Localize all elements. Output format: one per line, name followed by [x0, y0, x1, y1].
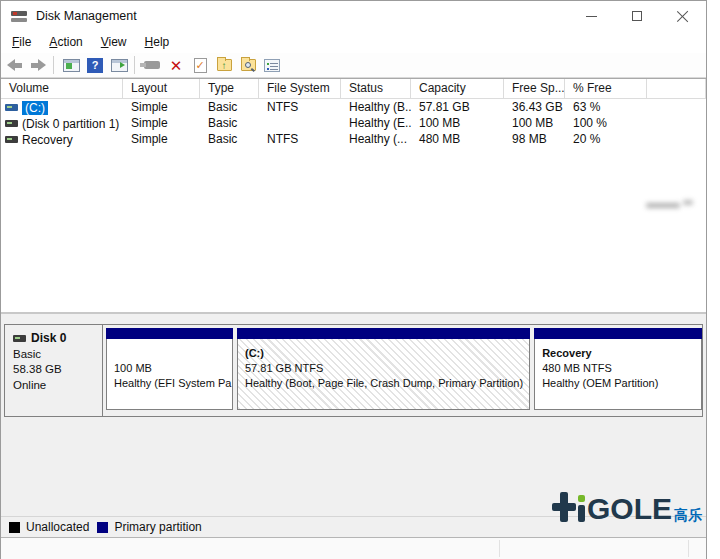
close-icon	[677, 10, 689, 22]
partition-color-bar	[106, 328, 233, 339]
row-type: Basic	[200, 131, 259, 147]
higole-watermark-logo: GOLE 高乐	[552, 492, 702, 524]
row-layout: Simple	[123, 115, 200, 131]
maximize-button[interactable]	[614, 1, 660, 31]
title-bar: Disk Management	[1, 1, 706, 31]
row-status: Healthy (...	[341, 131, 411, 147]
partition-size: 480 MB NTFS	[542, 361, 695, 376]
primary-partition-swatch-icon	[97, 522, 108, 533]
close-button[interactable]	[660, 1, 706, 31]
row-pct-free: 100 %	[565, 115, 647, 131]
minimize-button[interactable]	[568, 1, 614, 31]
partition-color-bar	[534, 328, 702, 339]
menu-help[interactable]: Help	[136, 32, 179, 52]
partition-status: Healthy (OEM Partition)	[542, 376, 695, 391]
window-title: Disk Management	[36, 9, 137, 23]
partition-name: (C:)	[245, 346, 523, 361]
logo-cjk-text: 高乐	[674, 506, 702, 524]
minimize-icon	[586, 16, 597, 17]
partition-name	[114, 346, 226, 361]
partition-map: 100 MB Healthy (EFI System Pa (C:) 57.81…	[103, 325, 704, 416]
toolbar: ? ✕ ✓ ↑	[1, 53, 706, 78]
row-file-system	[259, 115, 341, 131]
row-status: Healthy (B...	[341, 99, 411, 115]
row-layout: Simple	[123, 99, 200, 115]
unallocated-swatch-icon	[9, 522, 20, 533]
row-free-space: 98 MB	[504, 131, 565, 147]
folder-search-icon	[241, 59, 256, 71]
column-header-layout[interactable]: Layout	[123, 79, 200, 99]
help-button[interactable]: ?	[84, 55, 106, 75]
volume-icon	[5, 104, 18, 111]
redacted-smudge	[646, 198, 696, 212]
column-header-type[interactable]: Type	[200, 79, 259, 99]
forward-arrow-icon	[31, 61, 46, 70]
row-pct-free: 63 %	[565, 99, 647, 115]
row-status: Healthy (E...	[341, 115, 411, 131]
partition-size: 100 MB	[114, 361, 226, 376]
show-action-pane-button[interactable]	[108, 55, 130, 75]
row-capacity: 480 MB	[411, 131, 504, 147]
menu-file[interactable]: File	[3, 32, 40, 52]
table-row-c-drive[interactable]: (C:) Simple Basic NTFS Healthy (B... 57.…	[1, 99, 706, 115]
toolbar-separator	[53, 56, 54, 74]
row-file-system: NTFS	[259, 131, 341, 147]
document-check-icon: ✓	[194, 58, 207, 73]
menu-view[interactable]: View	[92, 32, 136, 52]
column-header-blank	[647, 79, 706, 99]
partition-status: Healthy (EFI System Pa	[114, 376, 226, 391]
column-header-free-space[interactable]: Free Sp...	[504, 79, 565, 99]
volume-list-header: Volume Layout Type File System Status Ca…	[1, 79, 706, 99]
disk-name: Disk 0	[31, 331, 66, 347]
show-console-tree-button[interactable]	[60, 55, 82, 75]
check-document-button[interactable]: ✓	[189, 55, 211, 75]
table-row-recovery[interactable]: Recovery Simple Basic NTFS Healthy (... …	[1, 131, 706, 147]
properties-button[interactable]	[261, 55, 283, 75]
help-icon: ?	[87, 58, 103, 73]
disk-0-info-panel[interactable]: Disk 0 Basic 58.38 GB Online	[5, 325, 103, 416]
disk-size: 58.38 GB	[13, 362, 102, 378]
logo-latin-text: GOLE	[587, 494, 672, 524]
disk-management-window: Disk Management File Action View Help ? …	[0, 0, 707, 559]
forward-button[interactable]	[27, 55, 49, 75]
disk-management-app-icon	[11, 10, 27, 23]
row-capacity: 100 MB	[411, 115, 504, 131]
menu-bar: File Action View Help	[1, 31, 706, 53]
partition-status: Healthy (Boot, Page File, Crash Dump, Pr…	[245, 376, 523, 391]
volume-icon	[5, 136, 18, 143]
disk-status: Online	[13, 378, 102, 394]
volume-name: (C:)	[22, 101, 48, 115]
column-header-pct-free[interactable]: % Free	[565, 79, 647, 99]
toolbar-separator	[134, 56, 135, 74]
partition-color-bar	[237, 328, 530, 339]
action-pane-icon	[111, 59, 128, 72]
row-layout: Simple	[123, 131, 200, 147]
row-type: Basic	[200, 115, 259, 131]
explore-button[interactable]	[237, 55, 259, 75]
graphical-view-pane: Disk 0 Basic 58.38 GB Online 100 MB Heal…	[1, 312, 706, 516]
partition-efi[interactable]: 100 MB Healthy (EFI System Pa	[106, 328, 233, 410]
folder-up-icon: ↑	[217, 59, 232, 71]
volume-name: (Disk 0 partition 1)	[22, 117, 119, 131]
back-arrow-icon	[7, 61, 22, 70]
column-header-volume[interactable]: Volume	[1, 79, 123, 99]
column-header-file-system[interactable]: File System	[259, 79, 341, 99]
column-header-status[interactable]: Status	[341, 79, 411, 99]
pointer-tool-icon	[144, 61, 160, 69]
status-bar	[1, 538, 706, 559]
row-free-space: 100 MB	[504, 115, 565, 131]
partition-c-drive[interactable]: (C:) 57.81 GB NTFS Healthy (Boot, Page F…	[237, 328, 530, 410]
legend-unallocated-label: Unallocated	[26, 520, 89, 534]
pointer-tool-button[interactable]	[141, 55, 163, 75]
volume-icon	[5, 120, 18, 127]
delete-volume-button[interactable]: ✕	[165, 55, 187, 75]
properties-list-icon	[264, 59, 280, 72]
open-button[interactable]: ↑	[213, 55, 235, 75]
back-button[interactable]	[3, 55, 25, 75]
column-header-capacity[interactable]: Capacity	[411, 79, 504, 99]
table-row-disk0-partition1[interactable]: (Disk 0 partition 1) Simple Basic Health…	[1, 115, 706, 131]
console-tree-icon	[63, 59, 80, 72]
partition-recovery[interactable]: Recovery 480 MB NTFS Healthy (OEM Partit…	[534, 328, 702, 410]
menu-action[interactable]: Action	[40, 32, 91, 52]
disk-icon	[13, 335, 26, 342]
